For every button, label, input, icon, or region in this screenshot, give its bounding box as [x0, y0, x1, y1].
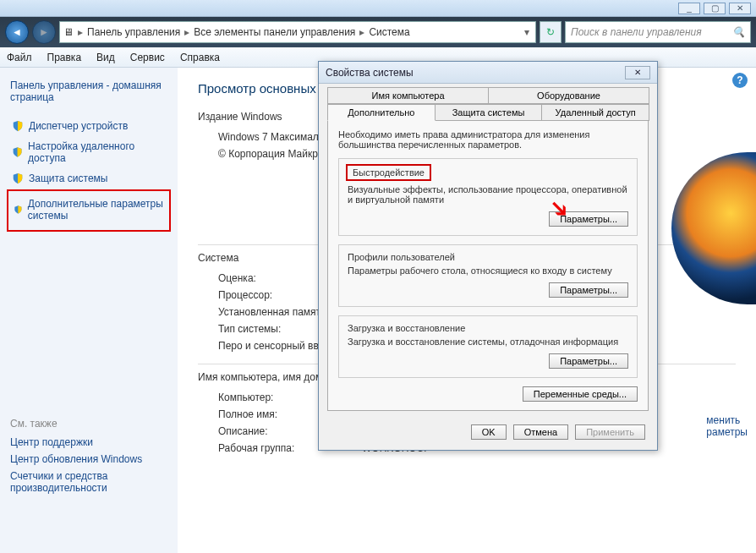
- crumb-all-items[interactable]: Все элементы панели управления: [194, 26, 355, 38]
- dialog-close-button[interactable]: ✕: [625, 66, 650, 79]
- see-also-title: См. также: [10, 418, 167, 430]
- performance-desc: Визуальные эффекты, использование процес…: [348, 184, 628, 205]
- computer-icon: 🖥: [63, 26, 74, 38]
- dialog-tabs-row1: Имя компьютера Оборудование: [319, 84, 657, 104]
- performance-group: Быстродействие Визуальные эффекты, испол…: [338, 158, 638, 236]
- copyright-text: © Корпорация Майкро: [218, 148, 324, 160]
- main-right-links: менить раметры: [706, 414, 748, 438]
- seealso-performance[interactable]: Счетчики и средства производительности: [10, 470, 167, 494]
- breadcrumb[interactable]: 🖥▸ Панель управления▸ Все элементы панел…: [59, 21, 536, 43]
- menu-edit[interactable]: Правка: [47, 52, 82, 63]
- shield-icon: [14, 204, 23, 216]
- seealso-action-center[interactable]: Центр поддержки: [10, 436, 167, 448]
- forward-button[interactable]: ►: [32, 20, 56, 44]
- menu-tools[interactable]: Сервис: [130, 52, 165, 63]
- dialog-title-text: Свойства системы: [326, 67, 414, 79]
- tab-advanced[interactable]: Дополнительно: [327, 104, 436, 121]
- seealso-windows-update[interactable]: Центр обновления Windows: [10, 453, 167, 465]
- dialog-titlebar[interactable]: Свойства системы ✕: [319, 62, 657, 84]
- tab-computer-name[interactable]: Имя компьютера: [327, 87, 489, 104]
- maximize-button[interactable]: ▢: [704, 3, 726, 14]
- dialog-tabs-row2: Дополнительно Защита системы Удаленный д…: [319, 104, 657, 121]
- search-placeholder: Поиск в панели управления: [571, 26, 702, 38]
- tab-hardware[interactable]: Оборудование: [488, 87, 649, 104]
- system-properties-dialog: Свойства системы ✕ Имя компьютера Оборуд…: [318, 61, 658, 451]
- env-vars-button[interactable]: Переменные среды...: [523, 386, 638, 402]
- dialog-tab-body: Необходимо иметь права администратора дл…: [327, 121, 649, 411]
- sidebar-item-label: Настройка удаленного доступа: [28, 140, 166, 164]
- boot-group: Загрузка и восстановление Загрузка и вос…: [338, 315, 638, 378]
- tab-remote[interactable]: Удаленный доступ: [541, 104, 649, 121]
- sidebar-item-remote[interactable]: Настройка удаленного доступа: [10, 137, 167, 167]
- shield-icon: [12, 146, 23, 158]
- profiles-desc: Параметры рабочего стола, относящиеся ко…: [348, 266, 628, 276]
- profiles-group: Профили пользователей Параметры рабочего…: [338, 244, 638, 307]
- sidebar-item-protection[interactable]: Защита системы: [10, 169, 167, 188]
- cancel-button[interactable]: Отмена: [513, 424, 568, 440]
- back-button[interactable]: ◄: [5, 20, 29, 44]
- boot-title: Загрузка и восстановление: [348, 323, 628, 333]
- shield-icon: [12, 172, 24, 184]
- search-icon: 🔍: [732, 26, 745, 38]
- params-link[interactable]: раметры: [706, 426, 748, 438]
- help-icon[interactable]: ?: [732, 73, 748, 88]
- sidebar-item-label: Защита системы: [29, 172, 107, 184]
- sidebar-item-label: Диспетчер устройств: [29, 120, 128, 132]
- menu-view[interactable]: Вид: [96, 52, 115, 63]
- sidebar-item-device-manager[interactable]: Диспетчер устройств: [10, 117, 167, 135]
- sidebar-item-advanced-highlight: Дополнительные параметры системы: [7, 189, 171, 232]
- boot-settings-button[interactable]: Параметры...: [549, 353, 628, 369]
- crumb-system[interactable]: Система: [369, 26, 409, 38]
- crumb-control-panel[interactable]: Панель управления: [87, 26, 180, 38]
- sidebar-home-link[interactable]: Панель управления - домашняя страница: [10, 79, 167, 103]
- see-also-section: См. также Центр поддержки Центр обновлен…: [10, 418, 167, 494]
- sidebar-item-label: Дополнительные параметры системы: [28, 198, 164, 222]
- sidebar-item-advanced[interactable]: Дополнительные параметры системы: [12, 194, 166, 225]
- profiles-settings-button[interactable]: Параметры...: [549, 282, 628, 298]
- profiles-title: Профили пользователей: [348, 252, 628, 262]
- performance-settings-button[interactable]: Параметры...: [549, 211, 628, 227]
- navigation-bar: ◄ ► 🖥▸ Панель управления▸ Все элементы п…: [0, 17, 756, 47]
- refresh-button[interactable]: ↻: [540, 21, 562, 43]
- minimize-button[interactable]: _: [678, 3, 700, 14]
- boot-desc: Загрузка и восстановление системы, отлад…: [348, 337, 628, 347]
- change-settings-link[interactable]: менить: [706, 414, 748, 426]
- menu-file[interactable]: Файл: [7, 52, 32, 63]
- window-titlebar: _ ▢ ✕: [0, 0, 756, 17]
- menu-help[interactable]: Справка: [180, 52, 220, 63]
- sidebar: Панель управления - домашняя страница Ди…: [0, 68, 178, 553]
- edition-name: Windows 7 Максимальн: [218, 131, 330, 143]
- apply-button[interactable]: Применить: [575, 424, 645, 440]
- admin-note: Необходимо иметь права администратора дл…: [338, 129, 638, 150]
- search-input[interactable]: Поиск в панели управления 🔍: [565, 21, 751, 43]
- performance-title: Быстродействие: [346, 164, 431, 181]
- ok-button[interactable]: OK: [471, 424, 507, 440]
- dialog-button-row: OK Отмена Применить: [319, 418, 657, 450]
- tab-protection[interactable]: Защита системы: [435, 104, 543, 121]
- shield-icon: [12, 120, 24, 132]
- close-button[interactable]: ✕: [729, 3, 751, 14]
